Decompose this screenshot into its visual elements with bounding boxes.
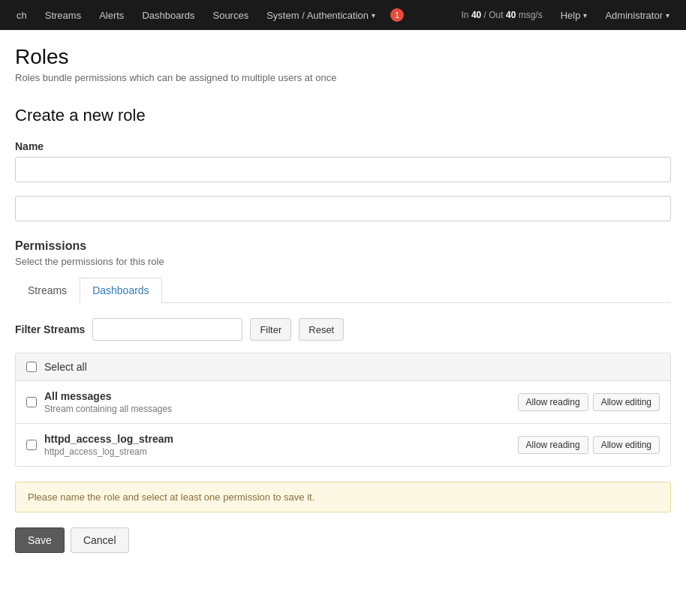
description-field-group xyxy=(15,194,671,221)
page-subtitle: Roles bundle permissions which can be as… xyxy=(15,72,671,83)
stream-actions-all_messages: Allow reading Allow editing xyxy=(518,393,660,411)
stats-out-label: Out xyxy=(489,10,503,20)
sources-label: Sources xyxy=(212,10,248,21)
reset-button[interactable]: Reset xyxy=(299,318,344,341)
stream-name-all_messages: All messages xyxy=(44,390,518,402)
navbar-item-alerts[interactable]: Alerts xyxy=(90,0,133,30)
notification-badge[interactable]: 1 xyxy=(390,8,404,22)
system-chevron-icon: ▾ xyxy=(372,11,375,20)
stream-info-httpd_access_log_stream: httpd_access_log_stream httpd_access_log… xyxy=(44,433,518,457)
stream-desc-httpd_access_log_stream: httpd_access_log_stream xyxy=(44,446,518,457)
permissions-tabs: Streams Dashboards xyxy=(15,278,671,303)
page-title: Roles xyxy=(15,45,671,69)
tab-dashboards[interactable]: Dashboards xyxy=(80,278,162,303)
navbar-item-streams[interactable]: Streams xyxy=(36,0,90,30)
navbar-item-help[interactable]: Help ▾ xyxy=(552,10,597,21)
stats-out-value: 40 xyxy=(506,10,516,20)
description-input[interactable] xyxy=(15,196,671,221)
allow-reading-btn-all_messages[interactable]: Allow reading xyxy=(518,393,588,411)
navbar-item-admin[interactable]: Administrator ▾ xyxy=(596,10,678,21)
admin-chevron-icon: ▾ xyxy=(666,11,669,20)
permissions-section: Permissions Select the permissions for t… xyxy=(15,239,671,467)
stream-row: All messages Stream containing all messa… xyxy=(16,381,670,424)
stats-in-value: 40 xyxy=(471,10,481,20)
filter-button[interactable]: Filter xyxy=(250,318,291,341)
section-title: Create a new role xyxy=(15,106,671,125)
filter-streams-input[interactable] xyxy=(92,318,242,341)
navbar-item-dashboards[interactable]: Dashboards xyxy=(133,0,203,30)
filter-row: Filter Streams Filter Reset xyxy=(15,318,671,341)
stream-actions-httpd_access_log_stream: Allow reading Allow editing xyxy=(518,436,660,454)
stats-unit: msg/s xyxy=(519,10,543,20)
permissions-subtitle: Select the permissions for this role xyxy=(15,256,671,267)
stream-row: httpd_access_log_stream httpd_access_log… xyxy=(16,424,670,466)
navbar-item-search[interactable]: ch xyxy=(8,0,36,30)
stream-name-httpd_access_log_stream: httpd_access_log_stream xyxy=(44,433,518,445)
alerts-label: Alerts xyxy=(99,10,124,21)
navbar-stats: In 40 / Out 40 msg/s xyxy=(453,10,552,20)
allow-reading-btn-httpd_access_log_stream[interactable]: Allow reading xyxy=(518,436,588,454)
navbar: ch Streams Alerts Dashboards Sources Sys… xyxy=(0,0,686,30)
notification-badge-container[interactable]: 1 xyxy=(387,8,404,22)
stream-checkbox-all_messages[interactable] xyxy=(26,397,37,407)
stream-info-all_messages: All messages Stream containing all messa… xyxy=(44,390,518,414)
admin-label: Administrator xyxy=(605,10,663,21)
dashboards-label: Dashboards xyxy=(142,10,194,21)
stream-desc-all_messages: Stream containing all messages xyxy=(44,404,518,414)
navbar-item-sources[interactable]: Sources xyxy=(203,0,257,30)
name-label: Name xyxy=(15,140,671,152)
stream-checkbox-httpd_access_log_stream[interactable] xyxy=(26,440,37,450)
filter-label: Filter Streams xyxy=(15,323,85,335)
help-label: Help xyxy=(561,10,581,21)
permissions-title: Permissions xyxy=(15,239,671,253)
select-all-label: Select all xyxy=(44,361,87,373)
allow-editing-btn-all_messages[interactable]: Allow editing xyxy=(593,393,660,411)
navbar-right: In 40 / Out 40 msg/s Help ▾ Administrato… xyxy=(453,10,678,21)
name-field-group: Name xyxy=(15,140,671,182)
stats-in-label: In xyxy=(462,10,469,20)
warning-text: Please name the role and select at least… xyxy=(28,491,314,503)
main-content: Roles Roles bundle permissions which can… xyxy=(0,30,686,568)
warning-box: Please name the role and select at least… xyxy=(15,482,671,512)
bottom-actions: Save Cancel xyxy=(15,527,671,553)
permissions-table: Select all All messages Stream containin… xyxy=(15,353,671,467)
navbar-item-system[interactable]: System / Authentication ▾ xyxy=(257,0,384,30)
name-input[interactable] xyxy=(15,157,671,182)
streams-label: Streams xyxy=(45,10,81,21)
system-label: System / Authentication xyxy=(266,10,369,21)
select-all-row: Select all xyxy=(16,353,670,381)
help-chevron-icon: ▾ xyxy=(583,11,587,20)
select-all-checkbox[interactable] xyxy=(26,362,37,372)
save-button[interactable]: Save xyxy=(15,527,65,553)
cancel-button[interactable]: Cancel xyxy=(71,527,129,553)
search-label: ch xyxy=(17,10,27,21)
tab-streams[interactable]: Streams xyxy=(15,278,80,303)
stream-rows-container: All messages Stream containing all messa… xyxy=(16,381,670,466)
allow-editing-btn-httpd_access_log_stream[interactable]: Allow editing xyxy=(593,436,660,454)
